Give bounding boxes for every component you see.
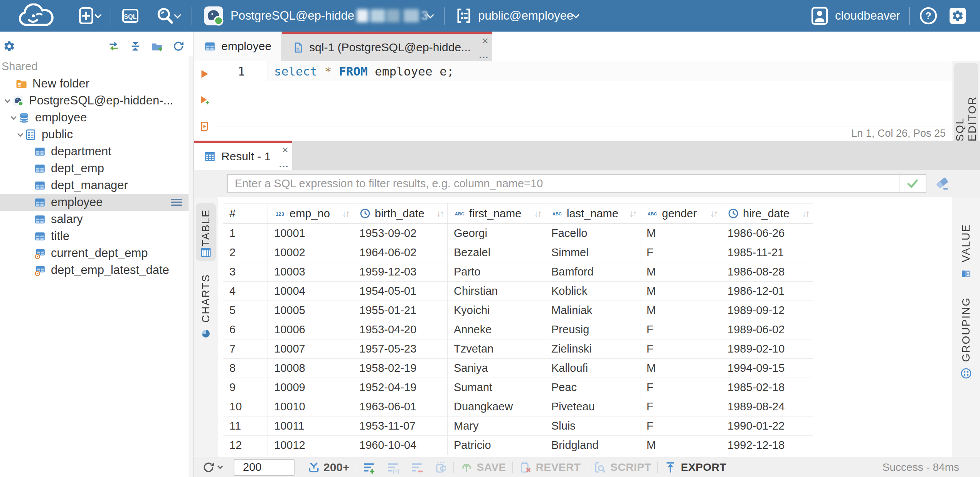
execute-script-icon[interactable]	[199, 121, 210, 132]
schema-selector[interactable]: public@employee	[455, 7, 578, 25]
data-cell[interactable]: 1959-12-03	[353, 262, 448, 282]
execute-new-tab-icon[interactable]	[199, 94, 210, 106]
data-cell[interactable]: 1958-02-19	[353, 359, 448, 378]
tab-value-vertical[interactable]: VALUE	[960, 224, 972, 279]
data-cell[interactable]: M	[640, 224, 721, 243]
data-cell[interactable]: F	[640, 378, 721, 397]
code-editor[interactable]: 1 select * FROM employee e; Ln 1, Col 26…	[215, 61, 952, 141]
tree-item-current-dept-emp[interactable]: current_dept_emp	[0, 245, 189, 262]
data-cell[interactable]: 1989-02-10	[721, 339, 813, 359]
row-number-cell[interactable]: 8	[223, 359, 268, 378]
export-button[interactable]: EXPORT	[664, 461, 726, 474]
data-cell[interactable]: 1986-06-26	[721, 224, 813, 243]
data-cell[interactable]: Piveteau	[545, 397, 640, 417]
row-number-cell[interactable]: 10	[223, 397, 268, 417]
row-number-cell[interactable]: 12	[223, 436, 268, 455]
apply-filter-button[interactable]	[899, 175, 926, 192]
data-cell[interactable]: F	[640, 397, 721, 417]
tree-item-department[interactable]: department	[0, 143, 189, 160]
refresh-results-button[interactable]	[202, 461, 222, 474]
data-cell[interactable]: 10001	[268, 224, 353, 243]
connection-selector[interactable]: PostgreSQL@ep-hidde 3	[203, 5, 433, 27]
sql-editor-button[interactable]: SQL	[121, 7, 140, 25]
chevron-down-icon[interactable]	[3, 99, 12, 102]
tree-item-employee[interactable]: employee	[0, 194, 189, 211]
data-cell[interactable]: M	[640, 282, 721, 301]
data-cell[interactable]: Facello	[545, 224, 640, 243]
data-cell[interactable]: M	[640, 436, 721, 455]
data-cell[interactable]: Bezalel	[448, 243, 545, 262]
row-number-cell[interactable]: 3	[223, 262, 268, 282]
data-cell[interactable]: Kyoichi	[448, 301, 545, 320]
sort-arrows-icon[interactable]: ↓↑	[534, 208, 541, 219]
column-header-birth_date[interactable]: birth_date↓↑	[353, 203, 448, 224]
sort-arrows-icon[interactable]: ↓↑	[710, 208, 717, 219]
tab-charts-vertical[interactable]: CHARTS	[200, 274, 212, 339]
data-cell[interactable]: Bamford	[545, 262, 640, 282]
data-cell[interactable]: 1955-01-21	[353, 301, 448, 320]
fetch-size-input[interactable]	[234, 459, 295, 476]
data-cell[interactable]: 1989-09-12	[721, 301, 813, 320]
column-header-emp_no[interactable]: 123emp_no↓↑	[268, 203, 353, 224]
data-cell[interactable]: Parto	[448, 262, 545, 282]
data-cell[interactable]: 10005	[268, 301, 353, 320]
settings-button[interactable]	[948, 7, 967, 25]
row-number-cell[interactable]: 1	[223, 224, 268, 243]
data-cell[interactable]: Duangkaew	[448, 397, 545, 417]
row-number-cell[interactable]: 6	[223, 320, 268, 339]
user-menu[interactable]: cloudbeaver	[810, 6, 900, 26]
column-header-gender[interactable]: ABCgender↓↑	[640, 203, 721, 224]
row-number-cell[interactable]: 2	[223, 243, 268, 262]
data-cell[interactable]: 1953-11-07	[353, 417, 448, 436]
link-with-editor-icon[interactable]	[108, 40, 120, 52]
data-cell[interactable]: 10012	[268, 436, 353, 455]
help-button[interactable]: ?	[919, 7, 938, 25]
sql-code-line[interactable]: select * FROM employee e;	[268, 61, 952, 81]
data-cell[interactable]: 1953-09-02	[353, 224, 448, 243]
data-cell[interactable]: 1985-02-18	[721, 378, 813, 397]
data-cell[interactable]: Zielinski	[545, 339, 640, 359]
tree-item-salary[interactable]: salary	[0, 211, 189, 228]
data-cell[interactable]: 10008	[268, 359, 353, 378]
tab-employee[interactable]: employee	[194, 32, 282, 61]
data-cell[interactable]: M	[640, 262, 721, 282]
data-cell[interactable]: Patricio	[448, 436, 545, 455]
tree-item-employee[interactable]: employee	[0, 109, 189, 126]
clear-filter-eraser-icon[interactable]	[935, 176, 950, 191]
data-cell[interactable]: 1960-10-04	[353, 436, 448, 455]
add-row-icon[interactable]	[362, 461, 375, 474]
data-cell[interactable]: 1963-06-01	[353, 397, 448, 417]
data-cell[interactable]: Tzvetan	[448, 339, 545, 359]
data-cell[interactable]: Maliniak	[545, 301, 640, 320]
data-cell[interactable]: Preusig	[545, 320, 640, 339]
more-icon[interactable]: ...	[279, 158, 289, 170]
data-cell[interactable]: F	[640, 243, 721, 262]
data-cell[interactable]: 1994-09-15	[721, 359, 813, 378]
data-cell[interactable]: Kalloufi	[545, 359, 640, 378]
data-cell[interactable]: 1990-01-22	[721, 417, 813, 436]
data-cell[interactable]: 1989-08-24	[721, 397, 813, 417]
tree-item-dept-manager[interactable]: dept_manager	[0, 177, 189, 194]
data-cell[interactable]: 1986-12-01	[721, 282, 813, 301]
tree-item-postgresql-ep-hidden-[interactable]: PostgreSQL@ep-hidden-...	[0, 92, 189, 109]
chevron-down-icon[interactable]	[9, 116, 18, 119]
tree-item-dept-emp-latest-date[interactable]: dept_emp_latest_date	[0, 262, 189, 279]
close-icon[interactable]: ×	[282, 144, 289, 156]
column-header-hire_date[interactable]: hire_date↓↑	[721, 203, 813, 224]
data-cell[interactable]: 1985-11-21	[721, 243, 813, 262]
tree-item-dept-emp[interactable]: dept_emp	[0, 160, 189, 177]
tab-result-1[interactable]: Result - 1 × ...	[194, 141, 292, 170]
tree-item-new-folder[interactable]: New folder	[0, 75, 189, 92]
row-number-cell[interactable]: 11	[223, 417, 268, 436]
row-number-cell[interactable]: 9	[223, 378, 268, 397]
data-cell[interactable]: Bridgland	[545, 436, 640, 455]
item-menu-icon[interactable]	[170, 197, 183, 207]
data-cell[interactable]: Saniya	[448, 359, 545, 378]
sort-arrows-icon[interactable]: ↓↑	[342, 208, 349, 219]
data-cell[interactable]: 1986-08-28	[721, 262, 813, 282]
data-cell[interactable]: 1954-05-01	[353, 282, 448, 301]
chevron-down-icon[interactable]	[16, 133, 25, 136]
tab-grouping-vertical[interactable]: GROUPING	[960, 297, 972, 380]
new-object-button[interactable]	[76, 6, 101, 26]
tab-sql-1[interactable]: sql-1 (PostgreSQL@ep-hidde... × ...	[282, 32, 492, 61]
